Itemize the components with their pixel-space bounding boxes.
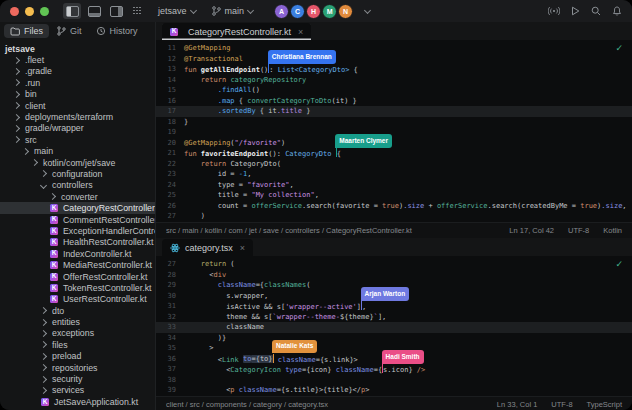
- tab-history[interactable]: History: [90, 24, 144, 38]
- workspaces-grid-icon[interactable]: [133, 7, 142, 16]
- tree-item[interactable]: bin: [0, 89, 155, 100]
- code-line[interactable]: 32 theme && s[`wrapper--theme-${theme}`]…: [156, 312, 632, 323]
- tree-item[interactable]: KHealthRestController.kt: [0, 237, 155, 248]
- code-line[interactable]: 31 isActive && s['wrapper--active']Arjan…: [156, 301, 632, 312]
- code-line[interactable]: 25 title = "My collection",: [156, 190, 632, 201]
- caret-position[interactable]: Ln 33, Col 1: [497, 400, 537, 409]
- tree-item[interactable]: configuration: [0, 168, 155, 179]
- tree-item[interactable]: main: [0, 146, 155, 157]
- tree-item[interactable]: KCommentRestController.kt: [0, 214, 155, 225]
- code-line[interactable]: 22 return CategoryDto(: [156, 159, 632, 170]
- code-editor-kotlin[interactable]: ✓ 11@GetMapping12@Transactional13fun get…: [156, 40, 632, 222]
- broadcast-icon[interactable]: [548, 6, 560, 16]
- run-icon[interactable]: [571, 6, 580, 16]
- tree-item[interactable]: kotlin/com/jet/save: [0, 157, 155, 168]
- code-line[interactable]: 26 count = offerService.search(favorite …: [156, 201, 632, 212]
- close-window-button[interactable]: [10, 7, 19, 16]
- minimize-window-button[interactable]: [25, 7, 34, 16]
- code-line[interactable]: 21fun favoriteEndpoint(): CategoryDto Ma…: [156, 148, 632, 159]
- tree-item[interactable]: KIndexController.kt: [0, 248, 155, 259]
- code-line[interactable]: 33 className: [156, 322, 632, 333]
- tree-item[interactable]: KJetSaveApplication.kt: [0, 396, 155, 407]
- caret-position[interactable]: Ln 17, Col 42: [509, 226, 554, 235]
- collaborators-chevron-down-icon[interactable]: [364, 6, 371, 13]
- code-line[interactable]: 28 <div: [156, 270, 632, 281]
- tree-item[interactable]: controllers: [0, 180, 155, 191]
- toggle-left-panel-button[interactable]: [63, 3, 81, 19]
- tree-item[interactable]: gradle/wrapper: [0, 123, 155, 134]
- close-tab-icon[interactable]: ×: [240, 243, 245, 253]
- avatar[interactable]: N: [338, 4, 353, 19]
- code-line[interactable]: 19: [156, 127, 632, 138]
- tab-category-tsx[interactable]: category.tsx ×: [162, 239, 253, 256]
- chevron-right-icon[interactable]: [49, 193, 56, 200]
- chevron-right-icon[interactable]: [13, 68, 20, 75]
- chevron-right-icon[interactable]: [40, 330, 47, 337]
- chevron-right-icon[interactable]: [13, 57, 20, 64]
- chevron-right-icon[interactable]: [40, 387, 47, 394]
- close-tab-icon[interactable]: ×: [298, 27, 303, 37]
- tree-item[interactable]: files: [0, 339, 155, 350]
- chevron-right-icon[interactable]: [13, 79, 20, 86]
- chevron-right-icon[interactable]: [40, 375, 47, 382]
- code-line[interactable]: 37 <CategoryIcon type={icon} className={…: [156, 364, 632, 375]
- avatar[interactable]: H: [306, 4, 321, 19]
- inspections-ok-icon[interactable]: ✓: [615, 259, 623, 269]
- chevron-right-icon[interactable]: [13, 102, 20, 109]
- tree-item[interactable]: .gradle: [0, 66, 155, 77]
- tree-item[interactable]: .fleet: [0, 54, 155, 65]
- inspections-ok-icon[interactable]: ✓: [615, 43, 623, 53]
- code-line[interactable]: 17 .sortedBy { it.title }: [156, 106, 632, 117]
- code-line[interactable]: 12@Transactional: [156, 54, 632, 65]
- file-language[interactable]: TypeScript: [587, 400, 622, 409]
- chevron-right-icon[interactable]: [22, 148, 29, 155]
- file-language[interactable]: Kotlin: [603, 226, 622, 235]
- avatar[interactable]: C: [290, 4, 305, 19]
- code-line[interactable]: 13fun getAllEndpoint()Christiana Brennan…: [156, 64, 632, 75]
- tab-files[interactable]: Files: [4, 24, 49, 38]
- chevron-down-icon[interactable]: [40, 182, 47, 189]
- code-line[interactable]: 23 id = -1,: [156, 169, 632, 180]
- tree-item[interactable]: KTokenRestController.kt: [0, 282, 155, 293]
- chevron-right-icon[interactable]: [40, 364, 47, 371]
- code-line[interactable]: 16 .map { convertCategoryToDto(it) }: [156, 96, 632, 107]
- search-icon[interactable]: [591, 6, 601, 16]
- code-editor-typescript[interactable]: ✓ 27 return (28 <div29 className={classN…: [156, 256, 632, 396]
- tree-item[interactable]: entities: [0, 316, 155, 327]
- tree-item[interactable]: KUserRestController.kt: [0, 294, 155, 305]
- chevron-right-icon[interactable]: [40, 307, 47, 314]
- tree-item[interactable]: KCategoryRestController.kt: [0, 202, 155, 213]
- branch-switcher[interactable]: main: [212, 6, 254, 16]
- code-line[interactable]: 39 <p className={s.title}>{title}</p>: [156, 385, 632, 396]
- code-line[interactable]: 14 return categoryRepository: [156, 75, 632, 86]
- avatar[interactable]: M: [322, 4, 337, 19]
- chevron-right-icon[interactable]: [40, 170, 47, 177]
- code-line[interactable]: 34 )}: [156, 333, 632, 344]
- code-line[interactable]: 27 ): [156, 211, 632, 222]
- file-encoding[interactable]: UTF-8: [568, 226, 589, 235]
- tree-item[interactable]: converter: [0, 191, 155, 202]
- tree-item[interactable]: src: [0, 134, 155, 145]
- avatar[interactable]: A: [274, 4, 289, 19]
- tree-item[interactable]: KMediaRestController.kt: [0, 259, 155, 270]
- breadcrumb[interactable]: client / src / components / category / c…: [166, 400, 483, 409]
- project-switcher[interactable]: jetsave: [158, 6, 196, 16]
- tree-item[interactable]: deployments/terraform: [0, 111, 155, 122]
- toggle-bottom-panel-button[interactable]: [85, 3, 103, 19]
- code-line[interactable]: 38: [156, 375, 632, 386]
- tree-item[interactable]: KOfferRestController.kt: [0, 271, 155, 282]
- tab-git[interactable]: Git: [51, 24, 88, 38]
- maximize-window-button[interactable]: [40, 7, 49, 16]
- tree-item[interactable]: .run: [0, 77, 155, 88]
- breadcrumb[interactable]: src / main / kotlin / com / jet / save /…: [166, 226, 495, 235]
- chevron-right-icon[interactable]: [13, 91, 20, 98]
- notifications-bell-icon[interactable]: [612, 6, 622, 16]
- tab-categoryrestcontroller-kt[interactable]: K CategoryRestController.kt ×: [162, 23, 311, 40]
- tree-item[interactable]: KExceptionHandlerController: [0, 225, 155, 236]
- tree-item[interactable]: security: [0, 373, 155, 384]
- tree-item[interactable]: client: [0, 100, 155, 111]
- code-line[interactable]: 18}: [156, 117, 632, 128]
- chevron-right-icon[interactable]: [13, 113, 20, 120]
- tree-item[interactable]: jetsave: [0, 43, 155, 54]
- tree-item[interactable]: services: [0, 385, 155, 396]
